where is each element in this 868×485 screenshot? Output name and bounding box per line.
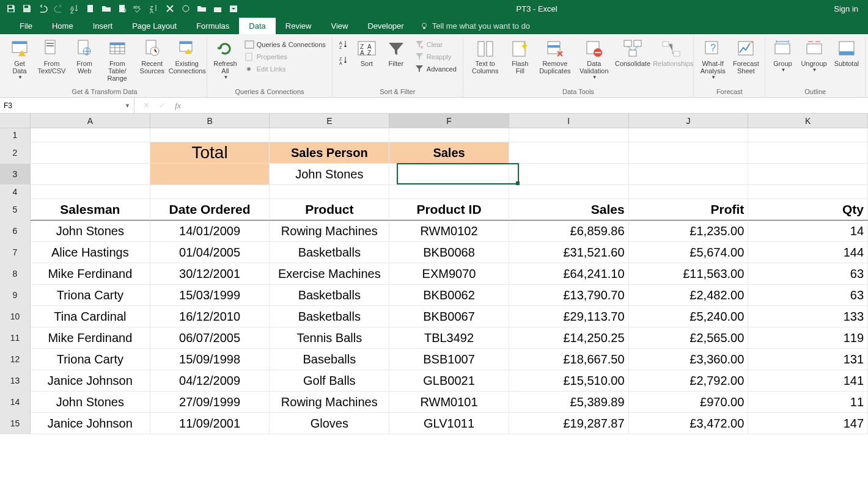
group-button[interactable]: Group▼ (769, 38, 796, 74)
cell[interactable]: Alice Hastings (31, 242, 150, 263)
from-csv-button[interactable]: From Text/CSV (35, 38, 68, 76)
row-header[interactable]: 11 (0, 327, 31, 349)
cell[interactable] (748, 142, 868, 164)
col-header[interactable]: K (748, 114, 868, 128)
cell[interactable] (270, 185, 389, 199)
what-if-button[interactable]: ?What-If Analysis▼ (697, 38, 728, 81)
print-preview-icon[interactable] (116, 2, 128, 15)
cell[interactable]: TBL3492 (389, 327, 509, 349)
signin-link[interactable]: Sign in (834, 4, 863, 13)
cell[interactable]: Product (270, 199, 389, 221)
cell[interactable] (629, 142, 749, 164)
cell[interactable]: Mike Ferdinand (31, 263, 150, 285)
cell[interactable]: Sales Person (270, 142, 389, 164)
cell[interactable] (629, 164, 749, 185)
tab-file[interactable]: File (10, 18, 42, 34)
refresh-all-button[interactable]: Refresh All▼ (211, 38, 240, 81)
tab-page-layout[interactable]: Page Layout (122, 18, 186, 34)
cell[interactable]: £29,113.70 (509, 306, 629, 327)
cell[interactable] (629, 128, 749, 142)
row-header[interactable]: 15 (0, 413, 31, 434)
dropdown-icon[interactable] (227, 2, 240, 15)
tab-view[interactable]: View (321, 18, 358, 34)
cell[interactable]: 131 (748, 349, 868, 370)
remove-duplicates-button[interactable]: Remove Duplicates (537, 38, 573, 76)
col-header[interactable]: B (150, 114, 270, 128)
row-header[interactable]: 10 (0, 306, 31, 327)
cell[interactable] (150, 185, 270, 199)
cell[interactable]: 14/01/2009 (150, 221, 270, 242)
cell[interactable]: £3,472.00 (629, 413, 749, 434)
col-header[interactable]: A (31, 114, 150, 128)
cell[interactable]: EXM9070 (389, 263, 509, 285)
accept-formula-icon[interactable]: ✓ (156, 101, 167, 111)
save-icon[interactable] (5, 2, 17, 15)
cell[interactable]: 15/03/1999 (150, 285, 270, 306)
col-header[interactable]: F (389, 114, 509, 128)
cell[interactable]: 27/09/1999 (150, 392, 270, 413)
cell[interactable]: £2,565.00 (629, 327, 749, 349)
row-header[interactable]: 14 (0, 392, 31, 413)
spreadsheet-grid[interactable]: ABEFIJK 123456789101112131415 TotalSales… (0, 114, 868, 485)
cell[interactable] (509, 185, 629, 199)
fx-icon[interactable]: fx (172, 101, 183, 111)
tab-review[interactable]: Review (276, 18, 322, 34)
chevron-down-icon[interactable]: ▼ (125, 103, 130, 109)
redo-icon[interactable] (53, 2, 65, 15)
sort-desc-icon[interactable]: ZA (148, 2, 160, 15)
from-web-button[interactable]: From Web (70, 38, 98, 76)
cell[interactable]: Basketballs (270, 285, 389, 306)
cell[interactable]: £64,241.10 (509, 263, 629, 285)
cell[interactable]: 119 (748, 327, 868, 349)
cell[interactable]: £5,389.89 (509, 392, 629, 413)
cell[interactable]: 16/12/2010 (150, 306, 270, 327)
cell[interactable]: £2,792.00 (629, 370, 749, 392)
tab-insert[interactable]: Insert (83, 18, 123, 34)
cell[interactable]: £11,563.00 (629, 263, 749, 285)
cell[interactable] (389, 185, 509, 199)
cancel-formula-icon[interactable]: ✕ (141, 101, 152, 111)
cell[interactable]: 63 (748, 285, 868, 306)
row-header[interactable]: 8 (0, 263, 31, 285)
cell[interactable]: John Stones (31, 221, 150, 242)
cell[interactable] (31, 185, 150, 199)
tab-home[interactable]: Home (42, 18, 83, 34)
cell[interactable] (629, 185, 749, 199)
recent-sources-button[interactable]: Recent Sources (136, 38, 168, 76)
cell[interactable]: BKB0067 (389, 306, 509, 327)
row-header[interactable]: 3 (0, 164, 31, 185)
calendar-icon[interactable] (211, 2, 224, 15)
subtotal-button[interactable]: Subtotal (832, 38, 861, 68)
new-icon[interactable] (84, 2, 97, 15)
cell[interactable] (389, 128, 509, 142)
col-header[interactable]: J (629, 114, 749, 128)
data-validation-button[interactable]: Data Validation▼ (576, 38, 612, 81)
row-header[interactable]: 9 (0, 285, 31, 306)
cell[interactable]: 14 (748, 221, 868, 242)
filter-button[interactable]: Filter (383, 38, 410, 68)
cell[interactable]: Baseballs (270, 349, 389, 370)
row-header[interactable]: 12 (0, 349, 31, 370)
ungroup-button[interactable]: Ungroup▼ (798, 38, 829, 74)
cell[interactable]: Basketballs (270, 306, 389, 327)
cell[interactable] (389, 164, 509, 185)
cell[interactable]: £2,482.00 (629, 285, 749, 306)
cell[interactable]: Rowing Machines (270, 392, 389, 413)
folder-icon[interactable] (196, 2, 208, 15)
cell[interactable]: RWM0101 (389, 392, 509, 413)
flash-fill-button[interactable]: Flash Fill (506, 38, 534, 76)
cell[interactable]: Janice Johnson (31, 413, 150, 434)
row-header[interactable]: 5 (0, 199, 31, 221)
sort-asc-button[interactable]: AZ (336, 39, 351, 50)
cell[interactable]: 15/09/1998 (150, 349, 270, 370)
cell[interactable]: Product ID (389, 199, 509, 221)
text-to-columns-button[interactable]: Text to Columns (467, 38, 504, 76)
cell[interactable] (31, 142, 150, 164)
cell[interactable]: Profit (629, 199, 749, 221)
cell[interactable] (748, 128, 868, 142)
delete-icon[interactable] (164, 2, 176, 15)
cell[interactable]: Date Ordered (150, 199, 270, 221)
cell[interactable] (748, 164, 868, 185)
cell[interactable]: £970.00 (629, 392, 749, 413)
cell[interactable]: Sales (509, 199, 629, 221)
